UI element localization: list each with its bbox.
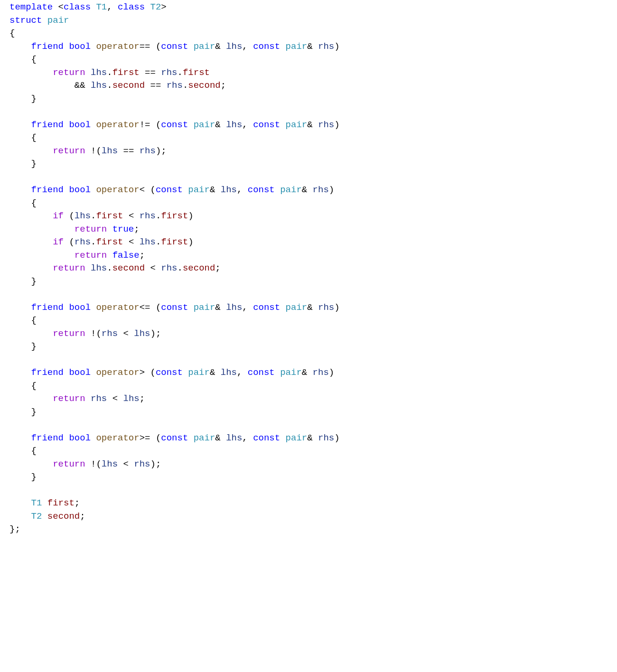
code-line: friend bool operator> (const pair& lhs, … xyxy=(9,367,334,378)
code-token: bool xyxy=(69,367,91,378)
code-line xyxy=(9,172,15,182)
code-token: const xyxy=(156,367,183,378)
code-token xyxy=(9,185,31,195)
code-token: . xyxy=(91,211,96,221)
code-token: const xyxy=(161,433,188,443)
code-token: & xyxy=(302,185,313,195)
code-token: ) xyxy=(334,41,339,52)
code-token: rhs xyxy=(161,67,177,78)
code-token xyxy=(280,302,285,313)
code-token: template xyxy=(9,2,53,12)
code-token: const xyxy=(161,302,188,313)
code-token: pair xyxy=(280,185,302,195)
code-token: const xyxy=(161,120,188,130)
code-token xyxy=(9,250,75,261)
code-token: { xyxy=(9,446,37,456)
code-token: const xyxy=(248,185,275,195)
code-token: & xyxy=(215,41,226,52)
code-token xyxy=(64,41,69,52)
code-token: rhs xyxy=(318,433,334,443)
code-token xyxy=(91,120,96,130)
code-token: . xyxy=(107,67,112,78)
code-token: return xyxy=(75,250,107,261)
code-token xyxy=(9,511,31,522)
code-line: return !(lhs < rhs); xyxy=(9,459,161,469)
code-token xyxy=(42,498,47,508)
code-line: && lhs.second == rhs.second; xyxy=(9,80,226,91)
code-line: }; xyxy=(9,524,20,534)
code-token: & xyxy=(307,120,318,130)
code-token: == ( xyxy=(140,41,161,52)
code-token: T2 xyxy=(31,511,42,522)
code-token: . xyxy=(107,263,112,273)
code-token: first xyxy=(47,498,75,508)
code-token: ( xyxy=(64,211,75,221)
code-token xyxy=(9,237,53,247)
code-token: pair xyxy=(194,120,215,130)
code-token: second xyxy=(183,263,215,273)
code-token xyxy=(64,367,69,378)
code-token: ) xyxy=(329,367,334,378)
code-token xyxy=(9,420,15,430)
code-token xyxy=(9,67,53,78)
code-token: bool xyxy=(69,433,91,443)
code-token: & xyxy=(215,433,226,443)
code-token xyxy=(42,15,47,26)
code-token xyxy=(145,2,150,12)
code-token xyxy=(9,106,15,117)
code-token: < xyxy=(123,211,139,221)
code-token: T2 xyxy=(150,2,161,12)
code-token: lhs xyxy=(226,302,242,313)
code-token: & xyxy=(302,367,313,378)
code-token xyxy=(9,393,53,404)
code-token: ; xyxy=(75,498,80,508)
code-token: < xyxy=(123,237,139,247)
code-token xyxy=(85,263,91,273)
code-line: if (lhs.first < rhs.first) xyxy=(9,211,194,221)
code-token: < xyxy=(118,459,134,469)
code-line: friend bool operator< (const pair& lhs, … xyxy=(9,185,334,195)
code-token: rhs xyxy=(318,302,334,313)
code-token: . xyxy=(156,211,161,221)
code-token: friend xyxy=(31,41,64,52)
code-token: > xyxy=(161,2,166,12)
code-line: { xyxy=(9,381,37,391)
code-token: & xyxy=(307,41,318,52)
code-line: friend bool operator!= (const pair& lhs,… xyxy=(9,120,340,130)
code-token: lhs xyxy=(91,263,107,273)
code-token: ; xyxy=(140,250,145,261)
code-token: pair xyxy=(286,302,308,313)
code-token xyxy=(280,433,285,443)
code-token: const xyxy=(253,120,280,130)
code-token: if xyxy=(53,211,64,221)
code-token: . xyxy=(178,263,183,273)
code-line: T1 first; xyxy=(9,498,80,508)
code-token: first xyxy=(96,237,123,247)
code-token: == xyxy=(140,67,161,78)
code-token: >= ( xyxy=(140,433,161,443)
code-token: operator xyxy=(96,433,139,443)
code-token: . xyxy=(183,80,188,91)
code-token: lhs xyxy=(91,67,107,78)
code-token: T1 xyxy=(31,498,42,508)
code-token: { xyxy=(9,381,37,391)
code-token: rhs xyxy=(167,80,183,91)
code-token: rhs xyxy=(318,41,334,52)
code-token: { xyxy=(9,198,37,208)
code-line: { xyxy=(9,54,37,65)
code-token: } xyxy=(9,276,37,287)
code-line xyxy=(9,355,15,365)
code-token: pair xyxy=(280,367,302,378)
code-token: > ( xyxy=(140,367,156,378)
code-token: operator xyxy=(96,41,139,52)
code-token: , xyxy=(107,2,118,12)
code-token: } xyxy=(9,472,37,482)
code-token: first xyxy=(161,237,188,247)
code-line: { xyxy=(9,132,37,143)
code-token: bool xyxy=(69,185,91,195)
code-token: const xyxy=(248,367,275,378)
code-token: friend xyxy=(31,302,64,313)
code-token: } xyxy=(9,93,37,104)
code-token: { xyxy=(9,28,15,38)
code-token xyxy=(9,485,15,495)
